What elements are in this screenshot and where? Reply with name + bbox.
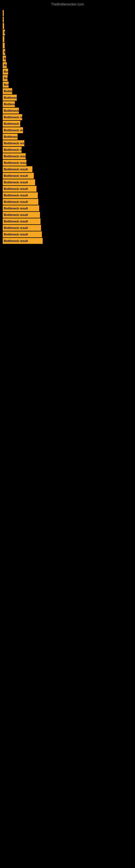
- bar: E: [3, 30, 5, 35]
- bar: Bottleneck result: [3, 199, 38, 205]
- bar-row: Bottleneck re: [3, 134, 135, 140]
- bar-row: [3, 10, 135, 16]
- bar-row: B: [3, 56, 135, 62]
- bar: Bottleneck res: [3, 121, 20, 127]
- bar: [3, 36, 4, 42]
- bar: Bottleneck result: [3, 212, 40, 218]
- bar-row: Bott: [3, 82, 135, 88]
- bar-label: E: [4, 31, 5, 34]
- bar: [3, 42, 5, 49]
- bar-label: Bottleneck result: [4, 174, 28, 177]
- bar-row: Bottleneck result: [3, 140, 135, 146]
- bar: Bottleneck result: [3, 231, 42, 237]
- bar-row: [3, 23, 135, 29]
- bar-label: B: [4, 57, 6, 60]
- bar: Bottleneck result: [3, 140, 24, 146]
- bar-label: Bottleneck result: [4, 226, 28, 229]
- bar-label: Bott: [4, 83, 9, 86]
- bar: Bottleneck result: [3, 225, 41, 231]
- bar-row: Bot: [3, 69, 135, 74]
- bar-label: Bottleneck result: [4, 200, 28, 204]
- bar-row: Bottleneck result: [3, 212, 135, 218]
- bar-label: Bottleneck result: [4, 220, 28, 223]
- bar: Bottleneck result: [3, 179, 35, 185]
- bar-row: [3, 36, 135, 42]
- bar-label: Bottleneck result: [4, 155, 26, 158]
- bar: Bottleneck result: [3, 114, 22, 120]
- bar-row: Bottleneck result: [3, 160, 135, 166]
- bar: Bottleneck re: [3, 95, 17, 101]
- bar-label: Bottleneck: [4, 102, 15, 106]
- bar-label: Bottleneck resu: [4, 148, 21, 151]
- bar-row: Bottleneck result: [3, 166, 135, 172]
- bar: Bottlenec: [3, 88, 12, 94]
- bar-row: Bottleneck result: [3, 186, 135, 192]
- bar: Bottleneck result: [3, 205, 39, 211]
- bar-label: Bottleneck res: [4, 122, 20, 125]
- bar: Bottleneck resul: [3, 127, 23, 133]
- bar: [3, 23, 4, 29]
- bar-label: Bottleneck result: [4, 161, 27, 164]
- bar-row: Bottlenec: [3, 88, 135, 94]
- bar-row: Bo: [3, 62, 135, 68]
- bar: Bottleneck result: [3, 186, 37, 192]
- bar-row: [3, 17, 135, 23]
- bar-row: Bottleneck result: [3, 179, 135, 185]
- bar-row: Bottleneck re: [3, 95, 135, 101]
- bar-label: Bottleneck result: [4, 167, 28, 171]
- bar-label: Bottleneck result: [4, 181, 28, 184]
- bar-row: Bottleneck result: [3, 218, 135, 224]
- bar-row: Bottleneck result: [3, 114, 135, 120]
- bar-label: Bottleneck res: [4, 109, 19, 112]
- bar-row: Bo: [3, 75, 135, 81]
- bar-row: Bottleneck result: [3, 199, 135, 205]
- bar-label: Bo: [4, 63, 7, 67]
- bar: Bottleneck result: [3, 192, 38, 198]
- bar: Bottleneck: [3, 101, 15, 107]
- bar: Bott: [3, 82, 9, 88]
- bar-row: E: [3, 30, 135, 35]
- bar-row: Bottleneck res: [3, 121, 135, 127]
- bar-row: Bottleneck result: [3, 153, 135, 159]
- bar-row: Bottleneck resu: [3, 147, 135, 153]
- bar: [3, 17, 4, 23]
- bar-row: Bottleneck result: [3, 231, 135, 237]
- bar: Bottleneck resu: [3, 147, 21, 153]
- bar-row: Bottleneck result: [3, 225, 135, 231]
- bar-label: Bo: [4, 76, 8, 80]
- bar-label: Bottleneck re: [4, 135, 17, 138]
- bar-row: [3, 42, 135, 49]
- bar: [3, 10, 4, 16]
- bar: Bottleneck result: [3, 160, 27, 166]
- bars-container: EEBBoBotBoBottBottlenecBottleneck reBott…: [0, 7, 135, 247]
- bar-label: Bottleneck resul: [4, 129, 23, 132]
- bar-label: Bottlenec: [4, 90, 12, 93]
- bar-label: Bottleneck result: [4, 142, 24, 145]
- bar-row: Bottleneck res: [3, 108, 135, 114]
- bar: Bottleneck result: [3, 153, 26, 159]
- bar-label: Bot: [4, 70, 8, 73]
- site-title: TheBottlenecker.com: [51, 2, 84, 6]
- bar: Bottleneck re: [3, 134, 17, 140]
- bar-label: Bottleneck result: [4, 233, 28, 236]
- bar-label: Bottleneck result: [4, 239, 28, 243]
- bar-label: Bottleneck re: [4, 96, 17, 99]
- bar-row: Bottleneck result: [3, 173, 135, 179]
- bar: Bottleneck result: [3, 166, 32, 172]
- bar-label: Bottleneck result: [4, 194, 28, 197]
- bar: Bottleneck result: [3, 173, 34, 179]
- bar-row: Bottleneck result: [3, 205, 135, 211]
- header: TheBottlenecker.com: [0, 0, 135, 7]
- bar: Bottleneck result: [3, 238, 43, 244]
- bar-row: Bottleneck result: [3, 238, 135, 244]
- bar-label: E: [4, 51, 5, 54]
- bar-label: Bottleneck result: [4, 213, 28, 216]
- bar-label: Bottleneck result: [4, 116, 22, 119]
- bar: B: [3, 56, 6, 62]
- bar-row: Bottleneck: [3, 101, 135, 107]
- bar-label: Bottleneck result: [4, 207, 28, 210]
- bar: Bo: [3, 62, 7, 68]
- bar-label: Bottleneck result: [4, 187, 28, 190]
- bar: Bo: [3, 75, 8, 81]
- bar: E: [3, 49, 5, 55]
